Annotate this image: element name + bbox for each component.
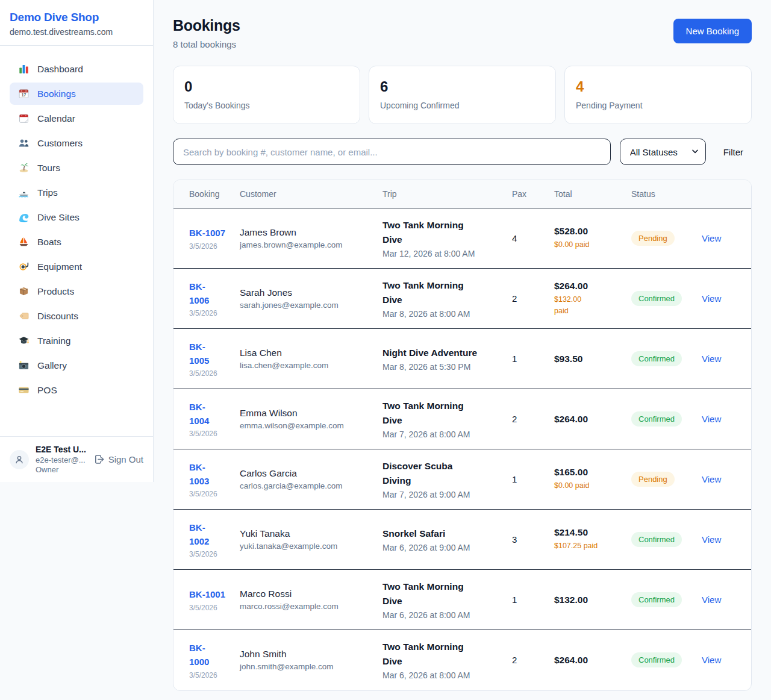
view-link[interactable]: View (702, 655, 721, 665)
status-filter-select[interactable]: All Statuses (620, 139, 706, 165)
sidebar-item-label: Calendar (37, 113, 75, 124)
view-link[interactable]: View (702, 414, 721, 424)
page-header: Bookings 8 total bookings New Booking (173, 17, 752, 49)
pax-count: 2 (512, 655, 517, 665)
customer-name: Marco Rossi (240, 589, 378, 599)
view-link[interactable]: View (702, 595, 721, 605)
sidebar-item-pos[interactable]: POS (10, 379, 143, 401)
sidebar-item-equipment[interactable]: Equipment (10, 255, 143, 278)
sidebar-item-customers[interactable]: Customers (10, 132, 143, 154)
trip-name: Two Tank Morning Dive (382, 218, 507, 247)
table-row: BK- 10033/5/2026Carlos Garciacarlos.garc… (173, 449, 751, 510)
table-row: BK- 10023/5/2026Yuki Tanakayuki.tanaka@e… (173, 510, 751, 570)
customer-name: John Smith (240, 649, 378, 660)
sidebar-item-trips[interactable]: Trips (10, 181, 143, 204)
sidebar-item-training[interactable]: Training (10, 330, 143, 352)
person-icon (14, 454, 25, 465)
paid-amount: $132.00 paid (554, 294, 626, 316)
view-link[interactable]: View (702, 354, 721, 364)
stat-card: 0Today's Bookings (173, 66, 360, 124)
sidebar-item-label: Bookings (37, 89, 76, 99)
user-role: Owner (36, 465, 86, 474)
pax-count: 1 (512, 354, 517, 364)
total-amount: $132.00 (554, 595, 626, 605)
total-amount: $93.50 (554, 354, 626, 364)
sidebar-item-label: Equipment (37, 261, 82, 272)
sidebar: Demo Dive Shop demo.test.divestreams.com… (0, 0, 154, 482)
trip-name: Two Tank Morning Dive (382, 278, 507, 307)
table-row: BK- 10053/5/2026Lisa Chenlisa.chen@examp… (173, 329, 751, 389)
booking-id-link[interactable]: BK- 1000 (189, 641, 209, 669)
status-filter-wrap: All Statuses (620, 139, 706, 165)
customer-name: Carlos Garcia (240, 468, 378, 479)
customer-email: sarah.jones@example.com (240, 301, 378, 310)
camera-icon (18, 360, 30, 371)
total-amount: $214.50 (554, 527, 626, 538)
filter-button[interactable]: Filter (715, 147, 752, 157)
sidebar-item-dashboard[interactable]: Dashboard (10, 58, 143, 80)
pax-count: 1 (512, 595, 517, 605)
total-amount: $165.00 (554, 467, 626, 478)
user-info: E2E Test U... e2e-tester@... Owner (36, 445, 86, 474)
booking-date: 3/5/2026 (189, 430, 235, 438)
booking-id-link[interactable]: BK- 1004 (189, 400, 209, 428)
view-link[interactable]: View (702, 233, 721, 243)
sidebar-item-dive-sites[interactable]: Dive Sites (10, 206, 143, 228)
status-badge: Confirmed (631, 532, 682, 547)
trip-datetime: Mar 7, 2026 at 9:00 AM (382, 490, 507, 499)
view-link[interactable]: View (702, 293, 721, 304)
booking-id-link[interactable]: BK- 1006 (189, 280, 209, 308)
customer-name: Sarah Jones (240, 287, 378, 298)
customer-email: john.smith@example.com (240, 662, 378, 671)
booking-date: 3/5/2026 (189, 550, 235, 558)
total-amount: $264.00 (554, 281, 626, 292)
booking-id-link[interactable]: BK- 1003 (189, 460, 209, 489)
paid-amount: $0.00 paid (554, 480, 626, 491)
sidebar-item-bookings[interactable]: 17Bookings (10, 83, 143, 105)
stat-card: 4Pending Payment (564, 66, 752, 124)
user-email: e2e-tester@... (36, 455, 86, 464)
status-badge: Pending (631, 231, 675, 246)
search-input[interactable] (173, 139, 611, 165)
people-icon (18, 137, 30, 149)
stat-value: 4 (576, 78, 740, 95)
trip-datetime: Mar 6, 2026 at 8:00 AM (382, 610, 507, 620)
trip-datetime: Mar 8, 2026 at 8:00 AM (382, 309, 507, 319)
table-row: BK-10073/5/2026James Brownjames.brown@ex… (173, 208, 751, 269)
sidebar-item-discounts[interactable]: Discounts (10, 305, 143, 327)
customer-email: yuki.tanaka@example.com (240, 542, 378, 551)
booking-id-link[interactable]: BK-1001 (189, 587, 225, 601)
booking-id-link[interactable]: BK- 1005 (189, 340, 209, 368)
trip-datetime: Mar 12, 2026 at 8:00 AM (382, 249, 507, 258)
pax-count: 2 (512, 414, 517, 424)
brand-block: Demo Dive Shop demo.test.divestreams.com (0, 0, 153, 46)
view-link[interactable]: View (702, 534, 721, 545)
stat-value: 0 (184, 78, 349, 95)
graduation-cap-icon (18, 335, 30, 346)
sidebar-item-boats[interactable]: Boats (10, 231, 143, 253)
sidebar-item-products[interactable]: Products (10, 280, 143, 302)
stat-card: 6Upcoming Confirmed (369, 66, 556, 124)
sidebar-item-label: Gallery (37, 360, 67, 371)
tear-calendar-icon (18, 113, 30, 124)
booking-date: 3/5/2026 (189, 604, 235, 612)
bookings-table: Booking Customer Trip Pax Total Status B… (173, 180, 751, 690)
user-name: E2E Test U... (36, 445, 86, 454)
view-link[interactable]: View (702, 474, 721, 484)
sidebar-item-gallery[interactable]: Gallery (10, 354, 143, 377)
sidebar-item-label: Discounts (37, 311, 78, 322)
sidebar-item-calendar[interactable]: Calendar (10, 107, 143, 130)
booking-id-link[interactable]: BK- 1002 (189, 520, 209, 549)
avatar (10, 450, 29, 469)
sidebar-item-tours[interactable]: Tours (10, 157, 143, 179)
trip-datetime: Mar 6, 2026 at 9:00 AM (382, 543, 507, 552)
customer-email: marco.rossi@example.com (240, 602, 378, 611)
customer-email: emma.wilson@example.com (240, 421, 378, 430)
table-row: BK-10013/5/2026Marco Rossimarco.rossi@ex… (173, 570, 751, 630)
status-badge: Pending (631, 472, 675, 487)
sign-out-button[interactable]: Sign Out (93, 454, 143, 465)
new-booking-button[interactable]: New Booking (673, 19, 752, 43)
booking-id-link[interactable]: BK-1007 (189, 226, 225, 240)
customer-name: Yuki Tanaka (240, 528, 378, 539)
total-bookings-count: 8 total bookings (173, 39, 240, 49)
